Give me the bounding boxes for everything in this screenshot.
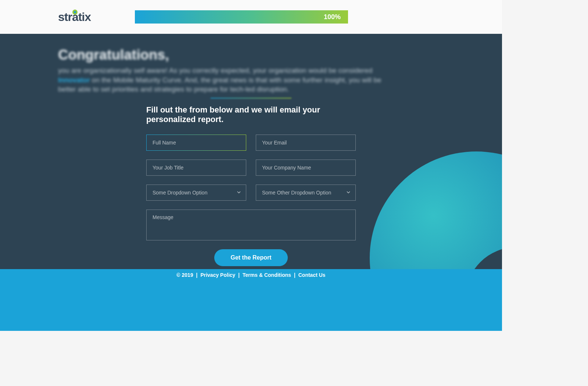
dropdown-2[interactable] [256, 185, 356, 201]
decorative-circle-icon [370, 151, 502, 269]
para-highlight: Innovator [58, 76, 90, 84]
logo: stratix [58, 10, 91, 24]
form-title: Fill out the from below and we will emai… [146, 105, 356, 124]
para-after: on the Mobile Maturity Curve. And, the g… [58, 76, 381, 93]
gradient-divider [211, 98, 291, 99]
job-title-input[interactable] [146, 160, 246, 176]
get-report-button[interactable]: Get the Report [214, 249, 287, 266]
email-input[interactable] [256, 135, 356, 151]
header: stratix 100% [0, 0, 502, 34]
main-panel: Congratulations, you are organizationall… [0, 34, 502, 269]
footer-privacy-link[interactable]: Privacy Policy [200, 272, 235, 278]
footer-copyright: © 2019 [176, 272, 193, 278]
progress-label: 100% [324, 13, 341, 21]
congrats-paragraph: you are organizationally self aware! As … [58, 66, 381, 94]
footer-contact-link[interactable]: Contact Us [298, 272, 326, 278]
footer-sep: | [196, 272, 199, 278]
full-name-input[interactable] [146, 135, 246, 151]
dropdown-1[interactable] [146, 185, 246, 201]
company-input[interactable] [256, 160, 356, 176]
congrats-heading: Congratulations, [58, 47, 444, 63]
footer-sep: | [294, 272, 297, 278]
report-form: Get the Report [146, 135, 356, 266]
para-before: you are organizationally self aware! As … [58, 67, 372, 74]
logo-dot-icon [72, 10, 78, 15]
progress-bar: 100% [135, 10, 348, 24]
message-textarea[interactable] [146, 210, 356, 240]
footer-sep: | [238, 272, 241, 278]
footer-terms-link[interactable]: Terms & Conditions [243, 272, 291, 278]
footer: © 2019 | Privacy Policy | Terms & Condit… [0, 269, 502, 331]
